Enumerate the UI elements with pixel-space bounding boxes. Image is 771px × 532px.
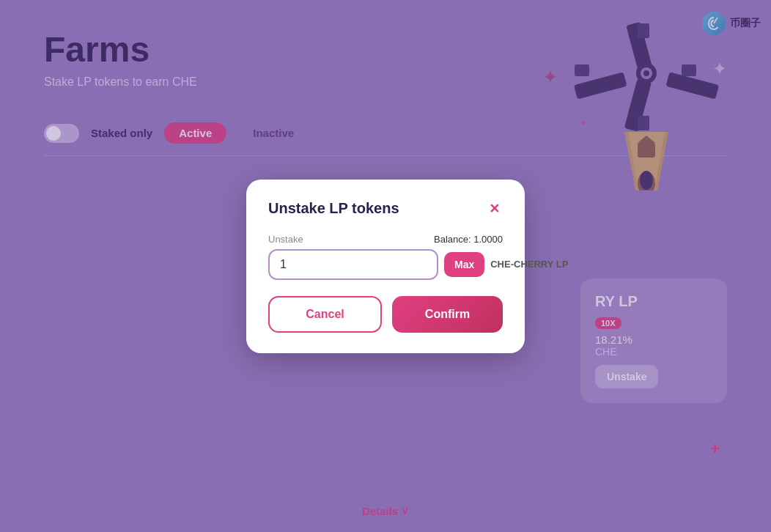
cancel-button[interactable]: Cancel	[268, 296, 382, 333]
confirm-button[interactable]: Confirm	[392, 296, 503, 333]
token-name-label: CHE-CHERRY LP	[490, 259, 568, 270]
modal-overlay: Unstake LP tokens ✕ Unstake Balance: 1.0…	[0, 0, 771, 532]
input-section: Unstake Balance: 1.0000 Max CHE-CHERRY L…	[268, 234, 503, 280]
modal-header: Unstake LP tokens ✕	[268, 200, 503, 218]
max-button[interactable]: Max	[444, 252, 484, 277]
unstake-modal: Unstake LP tokens ✕ Unstake Balance: 1.0…	[246, 180, 525, 353]
modal-title: Unstake LP tokens	[268, 200, 399, 217]
modal-buttons: Cancel Confirm	[268, 296, 503, 333]
input-row: Max CHE-CHERRY LP	[268, 249, 503, 280]
input-label-row: Unstake Balance: 1.0000	[268, 234, 503, 245]
balance-display: Balance: 1.0000	[434, 234, 503, 245]
unstake-amount-input[interactable]	[268, 249, 438, 280]
modal-close-button[interactable]: ✕	[485, 200, 503, 218]
unstake-input-label: Unstake	[268, 234, 303, 245]
